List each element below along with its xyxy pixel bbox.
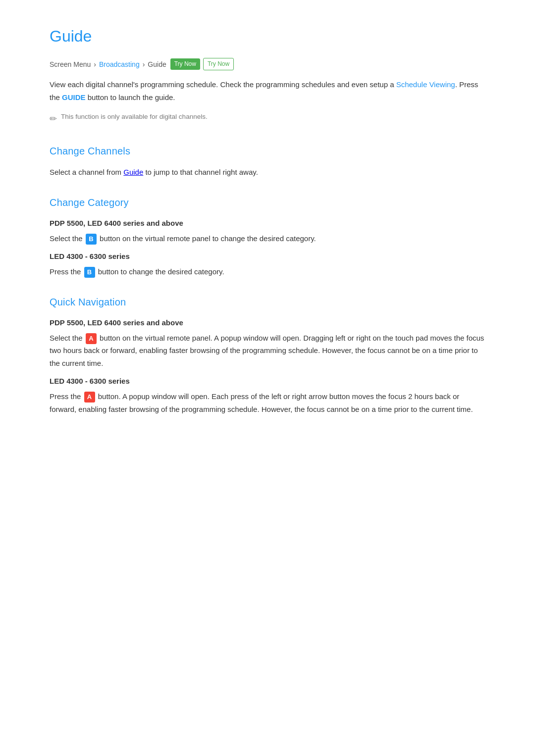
guide-button-link[interactable]: GUIDE [62, 93, 86, 101]
section-change-category: Change Category PDP 5500, LED 6400 serie… [50, 195, 485, 278]
note-box: ✏ This function is only available for di… [50, 109, 485, 128]
schedule-viewing-link[interactable]: Schedule Viewing [396, 80, 455, 89]
b-button-badge-2: B [84, 267, 95, 278]
breadcrumb: Screen Menu › Broadcasting › Guide Try N… [50, 58, 485, 70]
page-title: Guide [50, 24, 485, 49]
section-quick-navigation: Quick Navigation PDP 5500, LED 6400 seri… [50, 294, 485, 416]
try-now-badge-filled[interactable]: Try Now [170, 58, 200, 70]
pencil-icon: ✏ [50, 112, 57, 126]
quick-nav-led-text: Press the A button. A popup window will … [50, 390, 485, 415]
breadcrumb-broadcasting[interactable]: Broadcasting [99, 59, 140, 70]
subsection-title-qn-led4300: LED 4300 - 6300 series [50, 375, 485, 387]
b-button-badge-1: B [86, 234, 97, 245]
section-title-change-category: Change Category [50, 195, 485, 210]
breadcrumb-separator-1: › [94, 59, 96, 70]
subsection-title-pdp5500: PDP 5500, LED 6400 series and above [50, 217, 485, 229]
change-channels-text: Select a channel from Guide to jump to t… [50, 166, 485, 179]
subsection-title-led4300: LED 4300 - 6300 series [50, 251, 485, 262]
guide-link-channels[interactable]: Guide [123, 168, 143, 176]
section-title-quick-navigation: Quick Navigation [50, 294, 485, 310]
quick-nav-pdp-text: Select the A button on the virtual remot… [50, 332, 485, 370]
change-category-led-text: Press the B button to change the desired… [50, 265, 485, 278]
section-title-change-channels: Change Channels [50, 143, 485, 159]
try-now-badge-outline[interactable]: Try Now [203, 58, 234, 70]
description-text: View each digital channel's programming … [50, 78, 485, 103]
note-text: This function is only available for digi… [61, 111, 208, 122]
breadcrumb-guide: Guide [148, 59, 166, 70]
change-category-pdp-text: Select the B button on the virtual remot… [50, 232, 485, 245]
subsection-title-qn-pdp5500: PDP 5500, LED 6400 series and above [50, 317, 485, 329]
a-button-badge-1: A [86, 333, 97, 344]
breadcrumb-separator-2: › [143, 59, 145, 70]
breadcrumb-screen-menu: Screen Menu [50, 59, 91, 70]
page-container: Guide Screen Menu › Broadcasting › Guide… [20, 0, 515, 455]
section-change-channels: Change Channels Select a channel from Gu… [50, 143, 485, 179]
a-button-badge-2: A [84, 392, 95, 403]
